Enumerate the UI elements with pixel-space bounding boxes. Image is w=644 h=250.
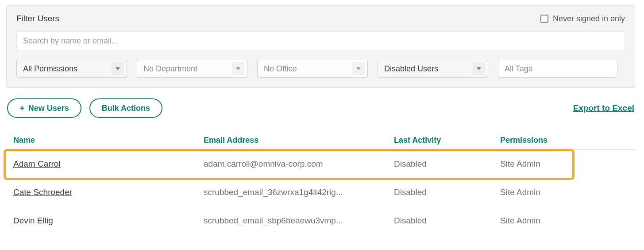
chevron-down-icon [473, 62, 485, 75]
filter-panel: Filter Users Never signed in only All Pe… [6, 5, 635, 88]
tags-input[interactable] [498, 60, 617, 78]
office-select[interactable]: No Office [257, 60, 368, 78]
department-select[interactable]: No Department [137, 60, 247, 78]
never-signed-label: Never signed in only [553, 14, 625, 23]
user-last: Disabled [394, 188, 500, 197]
user-email: adam.carroll@omniva-corp.com [204, 159, 394, 169]
col-header-last[interactable]: Last Activity [394, 136, 500, 145]
chevron-down-icon [112, 62, 124, 75]
bulk-actions-button[interactable]: Bulk Actions [89, 98, 162, 118]
user-perm: Site Admin [500, 159, 615, 169]
filter-title: Filter Users [16, 14, 59, 23]
user-email: scrubbed_email_36zwrxa1g4lt42rig... [204, 188, 394, 197]
search-input[interactable] [16, 31, 625, 50]
permissions-select-label: All Permissions [23, 64, 77, 74]
filter-row: All Permissions No Department No Office … [16, 60, 625, 78]
user-perm: Site Admin [500, 216, 615, 226]
permissions-select[interactable]: All Permissions [16, 60, 127, 78]
actions-row: + New Users Bulk Actions Export to Excel [6, 98, 635, 118]
status-select[interactable]: Disabled Users [378, 60, 488, 78]
col-header-name[interactable]: Name [13, 136, 204, 145]
user-last: Disabled [394, 216, 500, 226]
department-select-label: No Department [143, 64, 197, 74]
table-row: Devin Ellig scrubbed_email_sbp6beaewu3vm… [6, 207, 635, 235]
bulk-actions-label: Bulk Actions [102, 104, 150, 113]
new-users-button[interactable]: + New Users [7, 98, 81, 118]
checkbox-icon [540, 15, 548, 23]
office-select-label: No Office [264, 64, 297, 74]
user-last: Disabled [394, 159, 500, 169]
user-perm: Site Admin [500, 188, 615, 197]
table-row: Adam Carrol adam.carroll@omniva-corp.com… [6, 150, 635, 178]
chevron-down-icon [352, 62, 365, 75]
user-email: scrubbed_email_sbp6beaewu3vmp... [204, 216, 394, 226]
user-name-link[interactable]: Devin Ellig [13, 216, 53, 225]
users-table: Name Email Address Last Activity Permiss… [6, 131, 635, 235]
col-header-email[interactable]: Email Address [204, 136, 394, 145]
user-name-link[interactable]: Cate Schroeder [13, 188, 72, 197]
never-signed-in-checkbox[interactable]: Never signed in only [540, 14, 625, 23]
status-select-label: Disabled Users [384, 64, 438, 74]
chevron-down-icon [232, 62, 244, 75]
col-header-perm[interactable]: Permissions [500, 136, 615, 145]
plus-icon: + [19, 104, 25, 113]
user-name-link[interactable]: Adam Carrol [13, 159, 61, 168]
table-header-row: Name Email Address Last Activity Permiss… [6, 131, 635, 150]
table-row: Cate Schroeder scrubbed_email_36zwrxa1g4… [6, 178, 635, 207]
filter-header: Filter Users Never signed in only [16, 14, 625, 23]
export-to-excel-link[interactable]: Export to Excel [573, 103, 634, 113]
new-users-label: New Users [28, 104, 69, 113]
